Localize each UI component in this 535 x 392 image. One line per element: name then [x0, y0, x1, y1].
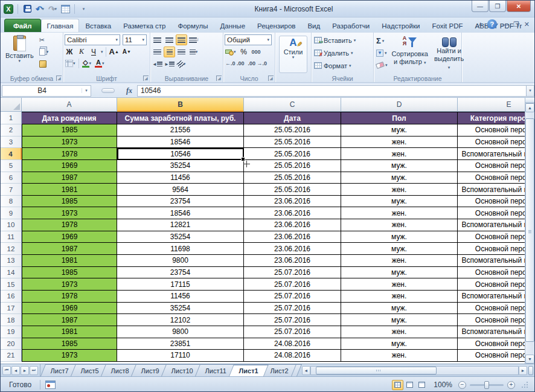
increase-indent-button[interactable]: ► — [164, 59, 175, 69]
macro-record-icon[interactable] — [45, 381, 56, 389]
touch-mode-button[interactable] — [60, 4, 71, 14]
cell-C5[interactable]: 25.05.2016 — [244, 160, 341, 172]
cell-B1[interactable]: Сумма заработной платы, руб. — [117, 112, 244, 124]
expand-formula-bar-icon[interactable]: ▾ — [526, 85, 534, 97]
cell-E21[interactable]: Основной персонал — [458, 350, 534, 362]
restore-button[interactable]: ❐ — [489, 1, 506, 12]
vertical-scroll-thumb[interactable] — [525, 118, 534, 342]
align-middle-button[interactable] — [164, 34, 175, 45]
cell-A13[interactable]: 1981 — [22, 255, 117, 267]
page-layout-view-button[interactable] — [404, 380, 415, 390]
ribbon-tab-Данные[interactable]: Данные — [214, 19, 251, 32]
cell-A6[interactable]: 1987 — [22, 172, 117, 184]
underline-button[interactable]: Ч — [89, 47, 98, 57]
cell-C13[interactable]: 23.06.2016 — [244, 255, 341, 267]
ribbon-tab-Главная[interactable]: Главная — [41, 19, 80, 32]
font-size-select[interactable]: 11▾ — [123, 34, 147, 45]
cell-A12[interactable]: 1987 — [22, 243, 117, 255]
column-header-E[interactable]: E — [458, 98, 534, 112]
cell-D11[interactable]: муж. — [341, 231, 458, 243]
cell-D10[interactable]: жен. — [341, 219, 458, 231]
excel-logo-icon[interactable]: X — [3, 4, 14, 14]
cell-C15[interactable]: 25.07.2016 — [244, 278, 341, 291]
cell-D6[interactable]: муж. — [341, 172, 458, 184]
cell-C9[interactable]: 23.06.2016 — [244, 207, 341, 219]
row-header-15[interactable]: 15 — [1, 278, 22, 291]
ribbon-tab-Foxit PDF[interactable]: Foxit PDF — [426, 19, 469, 32]
scroll-up-icon[interactable]: ▲ — [525, 103, 534, 112]
cell-C4[interactable]: 25.05.2016 — [244, 148, 341, 160]
cell-C17[interactable]: 25.07.2016 — [244, 303, 341, 315]
fill-button[interactable]: ▼▾ — [375, 47, 389, 59]
percent-button[interactable]: % — [239, 47, 249, 57]
cell-D12[interactable]: муж. — [341, 243, 458, 255]
ribbon-tab-Разметка стр[interactable]: Разметка стр — [117, 19, 171, 32]
cell-A18[interactable]: 1987 — [22, 314, 117, 326]
copy-button[interactable]: ▾ — [37, 47, 51, 57]
cell-D19[interactable]: жен. — [341, 326, 458, 338]
cell-B16[interactable]: 11456 — [117, 291, 244, 303]
row-header-20[interactable]: 20 — [1, 338, 22, 350]
zoom-out-button[interactable]: − — [458, 381, 466, 389]
font-name-select[interactable]: Calibri▾ — [65, 34, 120, 45]
cell-D15[interactable]: жен. — [341, 278, 458, 291]
fill-color-button[interactable]: ◇▾ — [82, 58, 92, 68]
cell-E8[interactable]: Основной персонал — [458, 196, 534, 208]
decrease-indent-button[interactable]: ◄ — [152, 59, 163, 69]
row-header-2[interactable]: 2 — [1, 124, 22, 137]
ribbon-tab-Вставка[interactable]: Вставка — [79, 19, 117, 32]
number-dialog-launcher[interactable]: ◢ — [268, 76, 274, 81]
merge-center-button[interactable]: ▾ — [188, 47, 199, 57]
cell-D7[interactable]: жен. — [341, 184, 458, 196]
cell-E7[interactable]: Вспомогательный персонал — [458, 184, 534, 196]
cell-B20[interactable]: 23851 — [117, 338, 244, 350]
next-sheet-button[interactable]: ► — [21, 366, 29, 375]
clear-button[interactable]: ▾ — [375, 59, 389, 71]
last-sheet-button[interactable]: ⏭ — [30, 366, 38, 375]
cell-E17[interactable]: Основной персонал — [458, 303, 534, 315]
scroll-left-icon[interactable]: ◄ — [302, 366, 310, 375]
cell-C7[interactable]: 25.05.2016 — [244, 184, 341, 196]
column-header-C[interactable]: C — [244, 98, 341, 112]
align-left-button[interactable] — [152, 47, 163, 57]
cell-A11[interactable]: 1969 — [22, 231, 117, 243]
prev-sheet-button[interactable]: ◄ — [11, 366, 20, 375]
cell-A3[interactable]: 1973 — [22, 137, 117, 149]
cell-A8[interactable]: 1985 — [22, 196, 117, 208]
cut-button[interactable]: ✂ — [37, 34, 51, 45]
cell-A7[interactable]: 1981 — [22, 184, 117, 196]
grow-font-button[interactable]: А▲ — [109, 47, 120, 57]
cell-A1[interactable]: Дата рождения — [22, 112, 117, 124]
cell-D4[interactable]: жен. — [341, 148, 458, 160]
insert-function-button[interactable]: fx — [125, 86, 137, 95]
row-header-18[interactable]: 18 — [1, 314, 22, 326]
cell-E2[interactable]: Основной персонал — [458, 124, 534, 137]
increase-decimal-button[interactable]: ←.0 .00 — [225, 58, 245, 68]
scroll-right-icon[interactable]: ► — [519, 366, 527, 375]
cell-B11[interactable]: 35254 — [117, 231, 244, 243]
row-header-12[interactable]: 12 — [1, 243, 22, 255]
cell-A10[interactable]: 1978 — [22, 219, 117, 231]
cell-A20[interactable]: 1985 — [22, 338, 117, 350]
cell-C11[interactable]: 23.06.2016 — [244, 231, 341, 243]
row-header-19[interactable]: 19 — [1, 326, 22, 338]
column-header-B[interactable]: B — [117, 98, 244, 112]
cell-E20[interactable]: Основной персонал — [458, 338, 534, 350]
cell-E10[interactable]: Вспомогательный персонал — [458, 219, 534, 231]
resize-grip[interactable] — [521, 381, 528, 388]
row-header-21[interactable]: 21 — [1, 350, 22, 362]
undo-button[interactable]: ↶▾ — [34, 4, 45, 14]
ribbon-tab-Рецензиров[interactable]: Рецензиров — [251, 19, 301, 32]
cell-A5[interactable]: 1969 — [22, 160, 117, 172]
row-header-5[interactable]: 5 — [1, 160, 22, 172]
cell-C19[interactable]: 25.07.2016 — [244, 326, 341, 338]
cell-B8[interactable]: 23754 — [117, 196, 244, 208]
minimize-button[interactable]: — — [472, 1, 489, 12]
borders-button[interactable]: ▾ — [65, 58, 76, 68]
cell-D21[interactable]: жен. — [341, 350, 458, 362]
cell-E13[interactable]: Вспомогательный персонал — [458, 255, 534, 267]
cell-E14[interactable]: Основной персонал — [458, 267, 534, 279]
workbook-minimize-icon[interactable]: — — [502, 21, 508, 28]
scroll-down-icon[interactable]: ▼ — [525, 355, 534, 364]
cell-A2[interactable]: 1985 — [22, 124, 117, 137]
